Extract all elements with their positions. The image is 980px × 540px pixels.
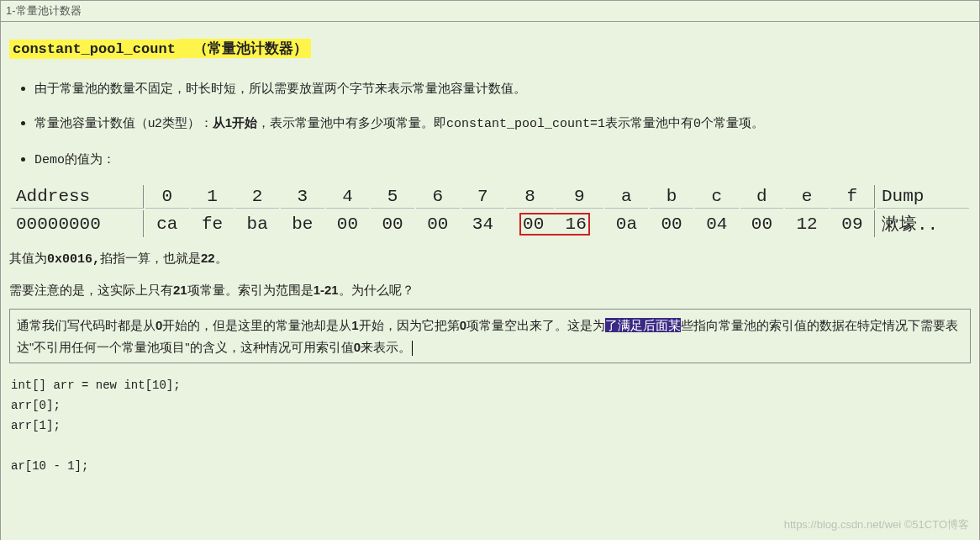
hex-cell: 00	[523, 214, 544, 234]
title-paren: （常量池计数器）	[190, 39, 311, 58]
code-line: arr[0];	[11, 399, 971, 412]
title-gap	[179, 39, 190, 58]
list-item: Demo的值为：	[34, 147, 971, 172]
bullet3-end: 的值为：	[65, 151, 115, 166]
bullet3-pre: Demo	[34, 153, 65, 167]
hex-h: d	[740, 185, 784, 209]
hex-cell-boxed: 00 16	[506, 210, 603, 237]
bullet2-bold: 从1开始	[213, 115, 257, 130]
hex-h: 3	[281, 185, 324, 209]
note-m3: 项常量空出来了。这是为	[466, 318, 605, 332]
hex-cell: 09	[830, 210, 875, 237]
bullet2-end: 个常量项。	[701, 115, 764, 130]
bullet2-pre: 常量池容量计数值（u2类型）：	[34, 115, 213, 130]
hex-addr: 00000000	[11, 210, 144, 237]
hex-cell: 04	[695, 210, 739, 237]
bullet2-mid: ，表示常量池中有多少项常量。即	[257, 115, 446, 130]
hex-h: f	[830, 185, 875, 209]
hex-h: e	[785, 185, 829, 209]
hex-h-addr: Address	[11, 185, 144, 209]
hex-cell: 16	[566, 214, 587, 234]
section-title: constant_pool_count （常量池计数器）	[9, 39, 971, 58]
code-line: ar[10 - 1];	[11, 459, 971, 473]
tab-bar: 1-常量池计数器	[1, 1, 979, 22]
note-m2: 开始，因为它把第	[359, 318, 460, 332]
document-panel: 1-常量池计数器 constant_pool_count （常量池计数器） 由于…	[0, 0, 980, 540]
p2-b1: 21	[173, 283, 187, 297]
hex-h: 4	[326, 185, 370, 209]
note-end: 来表示。	[361, 340, 411, 354]
tab-label[interactable]: 1-常量池计数器	[6, 4, 82, 17]
hex-h: 5	[371, 185, 414, 209]
title-code: constant_pool_count	[9, 40, 179, 59]
code-block: int[] arr = new int[10]; arr[0]; arr[1];…	[11, 379, 971, 473]
p1-code: 0x0016,	[47, 252, 100, 267]
note-m1: 开始的，但是这里的常量池却是从	[162, 318, 351, 332]
para-value: 其值为0x0016,掐指一算，也就是22。	[9, 247, 971, 271]
hex-cell: ba	[235, 210, 279, 237]
hex-cell: 00	[371, 210, 414, 237]
hex-cell: fe	[191, 210, 234, 237]
bullet-list: 由于常量池的数量不固定，时长时短，所以需要放置两个字节来表示常量池容量计数值。 …	[34, 77, 971, 172]
p2-b2: 1-21	[313, 283, 339, 297]
p2-end: 。为什么呢？	[339, 283, 414, 297]
p1-end: 。	[215, 251, 228, 265]
code-line: int[] arr = new int[10];	[11, 379, 971, 392]
bullet2-code2: 0	[693, 117, 701, 131]
note-selected-text[interactable]: 了满足后面某	[605, 318, 681, 332]
hex-h: a	[605, 185, 649, 209]
hex-h: b	[650, 185, 693, 209]
hex-cell: 12	[785, 210, 829, 237]
hex-cell: 34	[461, 210, 505, 237]
para-note: 需要注意的是，这实际上只有21项常量。索引为范围是1-21。为什么呢？	[9, 279, 971, 301]
hex-dump: 漱壕..	[877, 210, 969, 237]
watermark: https://blog.csdn.net/wei ©51CTO博客	[784, 517, 969, 532]
hex-cell: 00	[650, 210, 693, 237]
hex-header-row: Address 0 1 2 3 4 5 6 7 8 9 a b c d e f	[11, 185, 969, 209]
hex-h: 1	[191, 185, 234, 209]
hex-cell: 00	[326, 210, 370, 237]
code-blank	[11, 439, 971, 453]
note-b1: 1	[351, 318, 358, 332]
note-b0c: 0	[354, 340, 361, 354]
p1-bold: 22	[201, 251, 215, 265]
code-line: arr[1];	[11, 419, 971, 432]
hex-h: 6	[416, 185, 460, 209]
list-item: 由于常量池的数量不固定，时长时短，所以需要放置两个字节来表示常量池容量计数值。	[34, 77, 971, 99]
p2-pre: 需要注意的是，这实际上只有	[9, 283, 173, 297]
hex-h: 2	[235, 185, 279, 209]
bullet2-code1: constant_pool_count=1	[446, 117, 605, 131]
p2-mid: 项常量。索引为范围是	[187, 283, 313, 297]
p1-mid: 掐指一算，也就是	[100, 251, 201, 265]
hex-cell: ca	[145, 210, 189, 237]
note-box[interactable]: 通常我们写代码时都是从0开始的，但是这里的常量池却是从1开始，因为它把第0项常量…	[9, 309, 971, 363]
content-area: constant_pool_count （常量池计数器） 由于常量池的数量不固定…	[1, 22, 979, 540]
hex-row: 00000000 ca fe ba be 00 00 00 34 00 16 0…	[11, 210, 969, 237]
hex-h: 7	[461, 185, 505, 209]
bullet1-text: 由于常量池的数量不固定，时长时短，所以需要放置两个字节来表示常量池容量计数值。	[34, 81, 526, 95]
hex-h: 0	[145, 185, 189, 209]
hex-h: c	[695, 185, 739, 209]
hex-h: 9	[556, 185, 603, 209]
hex-h: 8	[506, 185, 554, 209]
p1-pre: 其值为	[9, 251, 47, 265]
hex-cell: 00	[416, 210, 460, 237]
bullet2-mid2: 表示常量池中有	[605, 115, 693, 130]
text-caret-icon	[412, 341, 413, 356]
list-item: 常量池容量计数值（u2类型）：从1开始，表示常量池中有多少项常量。即consta…	[34, 111, 971, 135]
hex-cell: 00	[740, 210, 784, 237]
hex-cell: 0a	[605, 210, 649, 237]
hex-cell: be	[281, 210, 324, 237]
hex-table: Address 0 1 2 3 4 5 6 7 8 9 a b c d e f	[9, 183, 971, 239]
note-pre: 通常我们写代码时都是从	[17, 318, 155, 332]
hex-h-dump: Dump	[877, 185, 969, 209]
note-b0b: 0	[460, 318, 466, 332]
